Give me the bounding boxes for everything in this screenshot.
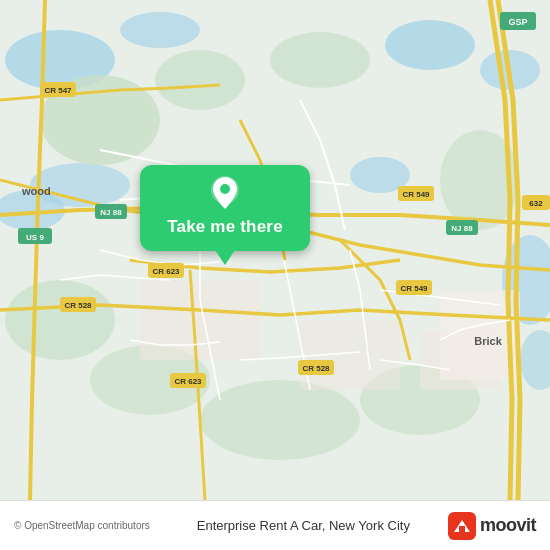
bottom-bar: © OpenStreetMap contributors Enterprise … bbox=[0, 500, 550, 550]
svg-point-2 bbox=[120, 12, 200, 48]
svg-text:CR 528: CR 528 bbox=[302, 364, 330, 373]
svg-text:wood: wood bbox=[21, 185, 51, 197]
moovit-brand-icon bbox=[448, 512, 476, 540]
location-pin-icon bbox=[207, 175, 243, 211]
callout-label: Take me there bbox=[167, 217, 283, 237]
svg-text:CR 549: CR 549 bbox=[400, 284, 428, 293]
svg-point-15 bbox=[200, 380, 360, 460]
svg-point-3 bbox=[385, 20, 475, 70]
svg-point-11 bbox=[155, 50, 245, 110]
svg-point-12 bbox=[270, 32, 370, 88]
svg-text:CR 549: CR 549 bbox=[402, 190, 430, 199]
map-attribution: © OpenStreetMap contributors bbox=[14, 520, 159, 531]
svg-text:Brick: Brick bbox=[474, 335, 502, 347]
svg-point-13 bbox=[5, 280, 115, 360]
svg-text:US 9: US 9 bbox=[26, 233, 44, 242]
svg-text:NJ 88: NJ 88 bbox=[100, 208, 122, 217]
svg-point-50 bbox=[220, 184, 230, 194]
svg-text:NJ 88: NJ 88 bbox=[451, 224, 473, 233]
svg-text:CR 623: CR 623 bbox=[174, 377, 202, 386]
map-container: GSP US 9 NJ 88 NJ 88 CR 547 CR 549 CR 54… bbox=[0, 0, 550, 500]
svg-text:CR 623: CR 623 bbox=[152, 267, 180, 276]
svg-text:GSP: GSP bbox=[508, 17, 527, 27]
callout-popup[interactable]: Take me there bbox=[140, 165, 310, 251]
moovit-text: moovit bbox=[480, 515, 536, 536]
svg-text:632: 632 bbox=[529, 199, 543, 208]
place-name: Enterprise Rent A Car, New York City bbox=[159, 518, 448, 533]
moovit-logo: moovit bbox=[448, 512, 536, 540]
svg-text:CR 547: CR 547 bbox=[44, 86, 72, 95]
svg-text:CR 528: CR 528 bbox=[64, 301, 92, 310]
callout-bubble[interactable]: Take me there bbox=[140, 165, 310, 251]
